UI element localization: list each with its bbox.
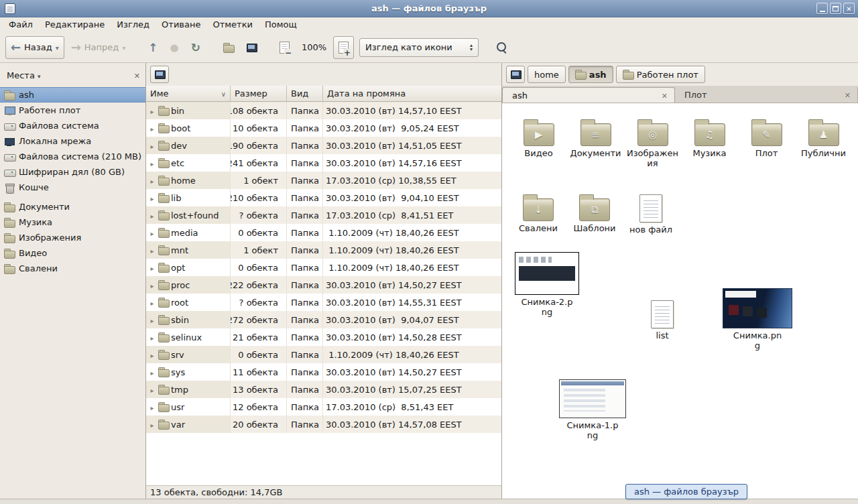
expander-icon[interactable]	[148, 420, 156, 430]
table-row[interactable]: tmp 13 обекта Папка 30.03.2010 (вт) 15,0…	[146, 381, 501, 398]
pane-root-button[interactable]	[150, 66, 169, 83]
file-item[interactable]: Плот	[738, 117, 795, 169]
breadcrumb-button[interactable]: Работен плот	[616, 66, 705, 83]
up-button[interactable]	[143, 36, 163, 59]
sidebar-place-item[interactable]: Кошче	[0, 180, 145, 195]
expander-icon[interactable]	[148, 350, 156, 360]
back-history-chevron-icon[interactable]	[56, 42, 59, 52]
sidebar-place-item[interactable]: Видео	[0, 245, 145, 261]
table-row[interactable]: lib 210 обекта Папка 30.03.2010 (вт) 9,0…	[146, 189, 501, 206]
pane-tab[interactable]: Плот	[675, 87, 858, 103]
table-row[interactable]: boot 10 обекта Папка 30.03.2010 (вт) 9,0…	[146, 119, 501, 137]
column-header-modified[interactable]: Дата на промяна	[323, 86, 501, 101]
file-item[interactable]: Снимка-2.png	[512, 252, 582, 318]
view-mode-select[interactable]: Изглед като икони	[359, 38, 479, 57]
expander-icon[interactable]	[148, 332, 156, 342]
expander-icon[interactable]	[148, 280, 156, 290]
expander-icon[interactable]	[148, 315, 156, 325]
file-item[interactable]: Изображения	[624, 117, 681, 169]
expander-icon[interactable]	[148, 228, 156, 238]
table-row[interactable]: usr 12 обекта Папка 17.03.2010 (ср) 8,51…	[146, 398, 501, 416]
table-row[interactable]: mnt 1 обект Папка 1.10.2009 (чт) 18,40,2…	[146, 241, 501, 259]
taskbar-window-button[interactable]: ash — файлов браузър	[625, 484, 747, 499]
sidebar-place-item[interactable]: Файлова система (210 MB)	[0, 149, 145, 164]
table-row[interactable]: sys 11 обекта Папка 30.03.2010 (вт) 14,5…	[146, 363, 501, 381]
expander-icon[interactable]	[148, 176, 156, 186]
file-item[interactable]: нов файл	[623, 192, 679, 235]
expander-icon[interactable]	[148, 193, 156, 203]
expander-icon[interactable]	[148, 263, 156, 273]
file-item[interactable]: Шаблони	[566, 192, 623, 235]
expander-icon[interactable]	[148, 158, 156, 168]
places-chevron-icon[interactable]	[38, 70, 41, 80]
stop-button[interactable]	[165, 36, 184, 59]
table-row[interactable]: sbin 272 обекта Папка 30.03.2010 (вт) 9,…	[146, 311, 501, 328]
table-row[interactable]: srv 0 обекта Папка 1.10.2009 (чт) 18,40,…	[146, 346, 501, 363]
expander-icon[interactable]	[148, 210, 156, 220]
column-header-name[interactable]: Име	[146, 86, 231, 101]
expander-icon[interactable]	[148, 141, 156, 151]
zoom-out-button[interactable]	[274, 36, 295, 59]
table-row[interactable]: root ? обекта Папка 30.03.2010 (вт) 14,5…	[146, 294, 501, 311]
breadcrumb-button[interactable]: ash	[568, 66, 613, 83]
icon-view[interactable]: Видео Документи Изображения	[502, 103, 858, 499]
reload-button[interactable]	[186, 36, 206, 59]
file-item[interactable]: Свалени	[510, 192, 566, 235]
sidebar-place-item[interactable]: Изображения	[0, 230, 145, 245]
menu-item[interactable]: Отметки	[206, 17, 258, 32]
column-header-size[interactable]: Размер	[231, 86, 287, 101]
sidebar-place-item[interactable]: ash	[0, 87, 145, 103]
sidebar-place-item[interactable]: Документи	[0, 199, 145, 214]
maximize-button[interactable]	[830, 3, 841, 14]
expander-icon[interactable]	[148, 298, 156, 308]
expander-icon[interactable]	[148, 245, 156, 255]
sidebar-place-item[interactable]: Свалени	[0, 261, 145, 276]
expander-icon[interactable]	[148, 106, 156, 116]
expander-icon[interactable]	[148, 385, 156, 395]
table-row[interactable]: media 0 обекта Папка 1.10.2009 (чт) 18,4…	[146, 224, 501, 241]
menu-item[interactable]: Редактиране	[39, 17, 111, 32]
table-row[interactable]: home 1 обект Папка 17.03.2010 (ср) 10,38…	[146, 172, 501, 189]
column-header-type[interactable]: Вид	[287, 86, 323, 101]
sidebar-place-item[interactable]: Музика	[0, 214, 145, 230]
sidebar-place-item[interactable]: Локална мрежа	[0, 133, 145, 149]
forward-history-chevron-icon[interactable]	[122, 42, 125, 52]
pane-root-button[interactable]	[506, 66, 525, 83]
menu-item[interactable]: Файл	[3, 17, 39, 32]
expander-icon[interactable]	[148, 402, 156, 412]
table-row[interactable]: dev 190 обекта Папка 30.03.2010 (вт) 14,…	[146, 137, 501, 154]
table-row[interactable]: opt 0 обекта Папка 1.10.2009 (чт) 18,40,…	[146, 259, 501, 276]
file-item[interactable]: Снимка.png	[720, 288, 795, 351]
close-button[interactable]	[843, 3, 855, 14]
forward-button[interactable]: Напред	[66, 36, 131, 59]
minimize-button[interactable]	[816, 3, 828, 14]
expander-icon[interactable]	[148, 123, 156, 133]
file-item[interactable]: Снимка-1.png	[558, 379, 627, 441]
file-item[interactable]: list	[641, 298, 684, 341]
home-button[interactable]	[218, 36, 239, 59]
menu-item[interactable]: Изглед	[111, 17, 156, 32]
sidebar-place-item[interactable]: Работен плот	[0, 103, 145, 118]
breadcrumb-button[interactable]: home	[528, 66, 566, 83]
sidebar-close-button[interactable]	[134, 70, 140, 80]
menu-item[interactable]: Помощ	[259, 17, 303, 32]
table-row[interactable]: var 20 обекта Папка 30.03.2010 (вт) 14,5…	[146, 416, 501, 433]
titlebar[interactable]: ash — файлов браузър	[0, 0, 858, 17]
zoom-in-button[interactable]	[333, 36, 354, 59]
expander-icon[interactable]	[148, 367, 156, 377]
menu-item[interactable]: Отиване	[156, 17, 206, 32]
file-item[interactable]: Документи	[567, 117, 624, 169]
computer-button[interactable]	[241, 36, 262, 59]
sidebar-place-item[interactable]: Шифриран дял (80 GB)	[0, 164, 145, 180]
file-item[interactable]: Видео	[510, 117, 567, 169]
search-button[interactable]	[491, 36, 513, 59]
tab-close-button[interactable]	[655, 90, 668, 101]
table-row[interactable]: etc 241 обекта Папка 30.03.2010 (вт) 14,…	[146, 154, 501, 172]
table-row[interactable]: lost+found ? обекта Папка 17.03.2010 (ср…	[146, 206, 501, 224]
table-row[interactable]: bin 108 обекта Папка 30.03.2010 (вт) 14,…	[146, 102, 501, 119]
file-item[interactable]: Публични	[795, 117, 852, 169]
pane-tab[interactable]: ash	[502, 87, 675, 103]
tab-close-button[interactable]	[838, 90, 851, 100]
table-row[interactable]: proc 222 обекта Папка 30.03.2010 (вт) 14…	[146, 276, 501, 294]
table-row[interactable]: selinux 21 обекта Папка 30.03.2010 (вт) …	[146, 328, 501, 346]
